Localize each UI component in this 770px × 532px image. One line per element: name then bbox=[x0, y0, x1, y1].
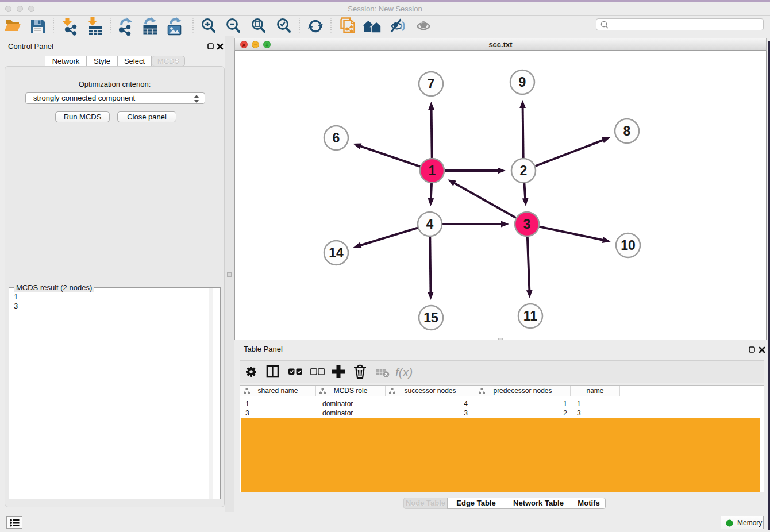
svg-text:11: 11 bbox=[523, 309, 538, 323]
svg-text:15: 15 bbox=[424, 310, 438, 325]
svg-text:4: 4 bbox=[426, 217, 434, 232]
svg-text:14: 14 bbox=[329, 245, 344, 260]
svg-text:2: 2 bbox=[520, 163, 528, 178]
svg-text:9: 9 bbox=[519, 75, 526, 90]
svg-text:3: 3 bbox=[523, 217, 531, 232]
svg-text:8: 8 bbox=[623, 124, 631, 138]
svg-text:10: 10 bbox=[621, 238, 636, 253]
svg-text:6: 6 bbox=[333, 130, 340, 145]
svg-text:f(x): f(x) bbox=[395, 365, 413, 379]
svg-text:1: 1 bbox=[429, 163, 436, 178]
svg-text:7: 7 bbox=[428, 76, 435, 91]
